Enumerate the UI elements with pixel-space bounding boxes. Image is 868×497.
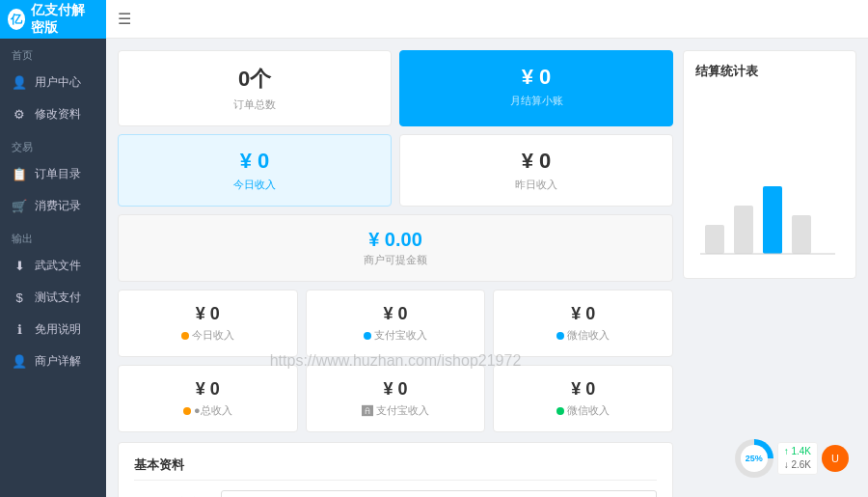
content-inner: 0个 订单总数 ¥ 0 月结算小账 ¥ 0 今日收入 ¥ 0	[106, 39, 868, 497]
info-icon: ℹ	[12, 322, 27, 337]
svg-rect-3	[792, 215, 811, 254]
sidebar-item-label: 商户详解	[35, 353, 81, 370]
pay-icon: $	[12, 290, 27, 305]
sidebar-item-label: 修改资料	[35, 106, 81, 123]
dot-blue-icon	[364, 332, 371, 340]
sidebar-item-usage[interactable]: ℹ 免用说明	[0, 314, 106, 345]
today-income-label: 今日收入	[134, 178, 375, 192]
dot-green-icon	[556, 407, 564, 415]
sidebar-item-label: 用户中心	[35, 74, 81, 91]
form-title: 基本资料	[134, 456, 657, 481]
sidebar-item-label: 免用说明	[35, 321, 81, 338]
topbar: ☰	[106, 0, 868, 39]
app-name: 亿支付解密版	[31, 2, 98, 37]
settings-icon: ⚙	[12, 107, 27, 122]
sidebar-item-label: 消费记录	[35, 198, 81, 214]
balance-label: 商户可提金额	[132, 253, 659, 267]
order-count-value: 0个	[134, 65, 375, 94]
merchant-id-input[interactable]	[221, 490, 657, 497]
sidebar-item-merchant-detail[interactable]: 👤 商户详解	[0, 345, 106, 377]
stat-down-value: ↓ 2.6K	[784, 458, 811, 472]
merchant-icon: 👤	[12, 354, 27, 369]
dot-total-icon	[183, 407, 191, 415]
yesterday-income-value: ¥ 0	[416, 149, 657, 174]
svg-rect-2	[763, 186, 782, 254]
right-panel: 结算统计表	[683, 50, 856, 279]
balance-bar: ¥ 0.00 商户可提金额	[118, 214, 673, 282]
app-logo: 亿 亿支付解密版	[0, 0, 106, 39]
sidebar-section-trade: 交易	[0, 130, 106, 158]
today-income-value: ¥ 0	[134, 149, 375, 174]
dot-wx-icon	[556, 332, 564, 340]
income-grid-2: ¥ 0 ●总收入 ¥ 0 🅰 支付宝收入	[118, 365, 673, 432]
sidebar-item-user-center[interactable]: 👤 用户中心	[0, 67, 106, 98]
income-ali2-label: 🅰 支付宝收入	[318, 403, 474, 418]
sidebar-item-label: 订单目录	[35, 166, 81, 182]
user-icon: 👤	[12, 75, 27, 90]
right-panel-title: 结算统计表	[695, 63, 844, 80]
income-card-wx2: ¥ 0 微信收入	[493, 365, 673, 432]
income-card-ali2: ¥ 0 🅰 支付宝收入	[306, 365, 486, 432]
income-grid-1: ¥ 0 今日收入 ¥ 0 支付宝收入	[118, 290, 673, 357]
income-wx-label: 微信收入	[505, 328, 661, 343]
income-wx-value: ¥ 0	[505, 304, 661, 324]
dot-orange-icon	[181, 332, 189, 340]
order-icon: 📋	[12, 167, 27, 181]
circle-progress: 25%	[735, 439, 773, 478]
income-today-value: ¥ 0	[130, 304, 285, 324]
stat-mini-up: ↑ 1.4K ↓ 2.6K	[777, 442, 818, 475]
sidebar-item-download[interactable]: ⬇ 武武文件	[0, 250, 106, 282]
user-avatar[interactable]: U	[822, 445, 849, 472]
order-count-card: 0个 订单总数	[118, 50, 392, 126]
stat-up-value: ↑ 1.4K	[784, 445, 811, 458]
menu-icon[interactable]: ☰	[118, 10, 131, 28]
sidebar-item-shopping-record[interactable]: 🛒 消费记录	[0, 190, 106, 222]
income-card-ali: ¥ 0 支付宝收入	[306, 290, 486, 357]
percent-label: 25%	[741, 445, 768, 472]
svg-rect-0	[705, 225, 724, 254]
monthly-income-value: ¥ 0	[416, 65, 657, 90]
monthly-income-label: 月结算小账	[416, 94, 657, 108]
sidebar-item-label: 武武文件	[35, 258, 81, 274]
income-card-total: ¥ 0 ●总收入	[118, 365, 298, 432]
form-section: 基本资料 商户ID 互户密钥 部此进行运营示，修改需较同本站	[118, 442, 673, 497]
income-total-value: ¥ 0	[130, 379, 285, 400]
sidebar-section-output: 输出	[0, 222, 106, 250]
stats-row-1: 0个 订单总数 ¥ 0 月结算小账	[118, 50, 673, 126]
income-section: ¥ 0 今日收入 ¥ 0 支付宝收入	[118, 290, 673, 432]
shopping-icon: 🛒	[12, 199, 27, 213]
monthly-income-card: ¥ 0 月结算小账	[399, 50, 673, 126]
alipay-icon: 🅰	[362, 404, 373, 418]
svg-rect-1	[734, 206, 753, 254]
income-wx2-value: ¥ 0	[505, 379, 661, 400]
balance-value: ¥ 0.00	[132, 229, 659, 251]
stats-row-2: ¥ 0 今日收入 ¥ 0 昨日收入	[118, 134, 673, 207]
sidebar-item-modify-info[interactable]: ⚙ 修改资料	[0, 98, 106, 130]
sidebar-item-label: 测试支付	[35, 290, 81, 306]
income-ali-label: 支付宝收入	[318, 328, 474, 343]
left-panel: 0个 订单总数 ¥ 0 月结算小账 ¥ 0 今日收入 ¥ 0	[118, 50, 673, 497]
income-card-today: ¥ 0 今日收入	[118, 290, 298, 357]
bottom-right-widget: 25% ↑ 1.4K ↓ 2.6K U	[735, 439, 849, 478]
income-total-label: ●总收入	[130, 403, 285, 418]
income-card-wx: ¥ 0 微信收入	[493, 290, 673, 357]
income-ali-value: ¥ 0	[318, 304, 474, 324]
today-income-card: ¥ 0 今日收入	[118, 134, 392, 207]
content-scroll: 0个 订单总数 ¥ 0 月结算小账 ¥ 0 今日收入 ¥ 0	[106, 39, 868, 497]
sidebar: 亿 亿支付解密版 首页 👤 用户中心 ⚙ 修改资料 交易 📋 订单目录 🛒 消费…	[0, 0, 106, 497]
income-today-label: 今日收入	[130, 328, 285, 343]
income-wx2-label: 微信收入	[505, 403, 661, 418]
income-ali2-value: ¥ 0	[318, 379, 474, 400]
order-count-label: 订单总数	[134, 97, 375, 112]
logo-icon: 亿	[8, 9, 25, 30]
main-area: ☰ 0个 订单总数 ¥ 0 月结算小账	[106, 0, 868, 497]
sidebar-item-order-list[interactable]: 📋 订单目录	[0, 158, 106, 190]
form-row-merchant-id: 商户ID	[134, 490, 657, 497]
chart-svg	[695, 90, 840, 263]
yesterday-income-label: 昨日收入	[416, 178, 657, 192]
sidebar-item-test-pay[interactable]: $ 测试支付	[0, 282, 106, 314]
yesterday-income-card: ¥ 0 昨日收入	[399, 134, 673, 207]
sidebar-section-home: 首页	[0, 39, 106, 67]
download-icon: ⬇	[12, 259, 27, 273]
